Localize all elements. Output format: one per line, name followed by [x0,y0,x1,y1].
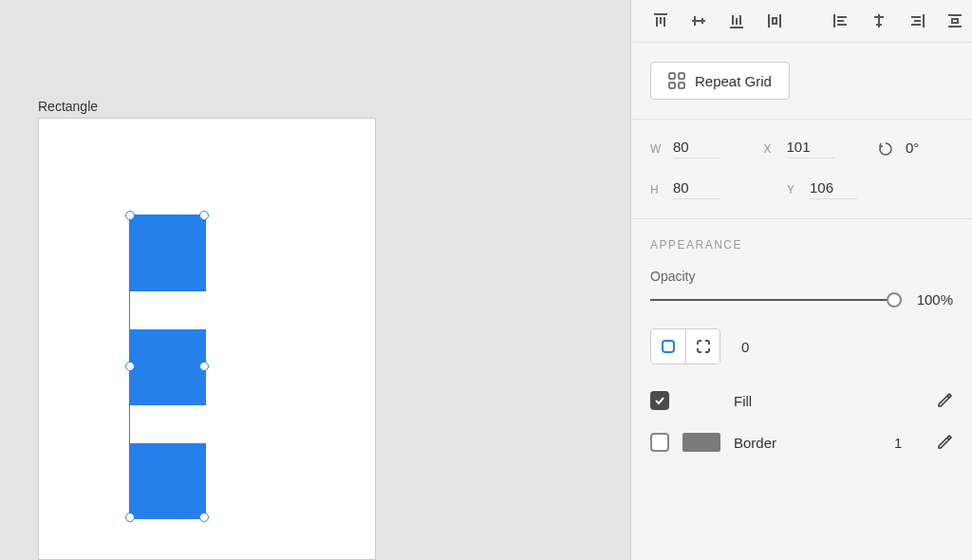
border-checkbox[interactable] [650,433,669,452]
grid-cell[interactable] [130,215,206,291]
opacity-thumb[interactable] [887,292,902,308]
svg-rect-2 [669,83,675,88]
handle-middle-right[interactable] [199,362,209,371]
handle-middle-left[interactable] [125,362,135,371]
handle-bottom-left[interactable] [125,513,135,522]
corner-radius-mode [650,328,720,364]
rotation-input[interactable]: 0° [906,140,953,159]
transform-section: W 80 X 101 0° H 80 Y 106 [631,120,972,219]
align-top-icon[interactable] [650,10,671,31]
opacity-label: Opacity [650,269,953,284]
y-label: Y [787,183,800,196]
align-left-icon[interactable] [831,10,851,31]
align-center-horizontal-icon[interactable] [869,10,889,31]
opacity-slider[interactable] [650,299,896,301]
x-label: X [764,142,777,156]
x-input[interactable]: 101 [787,139,834,159]
svg-rect-3 [679,83,684,88]
selected-repeat-grid[interactable] [129,215,205,518]
y-input[interactable]: 106 [810,179,857,199]
border-eyedropper-icon[interactable] [936,434,953,451]
artboard-label[interactable]: Rectangle [38,99,98,114]
opacity-value[interactable]: 100% [909,291,953,308]
alignment-toolbar [631,0,972,43]
grid-cell[interactable] [130,329,206,405]
width-input[interactable]: 80 [673,139,720,159]
align-right-icon[interactable] [907,10,927,31]
grid-cell[interactable] [130,443,206,519]
height-input[interactable]: 80 [673,179,720,199]
distribute-vertical-icon[interactable] [764,10,785,31]
handle-bottom-right[interactable] [199,513,209,522]
height-label: H [650,183,664,196]
fill-row: Fill [650,391,953,410]
uniform-radius-button[interactable] [651,329,685,364]
svg-rect-4 [663,341,674,352]
border-label: Border [734,435,881,451]
handle-top-left[interactable] [125,211,135,220]
border-row: Border 1 [650,433,953,452]
repeat-grid-section: Repeat Grid [631,43,972,120]
grid-gap [130,291,206,329]
appearance-title: APPEARANCE [650,238,953,252]
fill-label: Fill [734,393,923,409]
align-bottom-icon[interactable] [726,10,747,31]
handle-top-right[interactable] [199,211,209,220]
independent-radius-button[interactable] [685,329,720,364]
align-middle-vertical-icon[interactable] [688,10,709,31]
fill-checkbox[interactable] [650,391,669,410]
grid-gap [130,405,206,443]
appearance-section: APPEARANCE Opacity 100% 0 [631,219,972,484]
repeat-grid-label: Repeat Grid [695,73,772,89]
repeat-grid-button[interactable]: Repeat Grid [650,62,790,100]
properties-panel: Repeat Grid W 80 X 101 0° H 80 Y [630,0,972,560]
border-swatch[interactable] [682,433,720,452]
rotate-icon[interactable] [877,140,894,158]
corner-radius-input[interactable]: 0 [741,339,749,355]
width-label: W [650,142,664,156]
svg-rect-1 [679,73,684,79]
artboard[interactable] [38,118,376,560]
distribute-horizontal-icon[interactable] [944,10,965,31]
canvas-area[interactable]: Rectangle [0,0,630,560]
repeat-grid-icon [668,72,685,89]
fill-swatch[interactable] [682,391,720,410]
fill-eyedropper-icon[interactable] [936,392,953,409]
svg-rect-0 [669,73,675,79]
border-width-input[interactable]: 1 [894,435,923,451]
